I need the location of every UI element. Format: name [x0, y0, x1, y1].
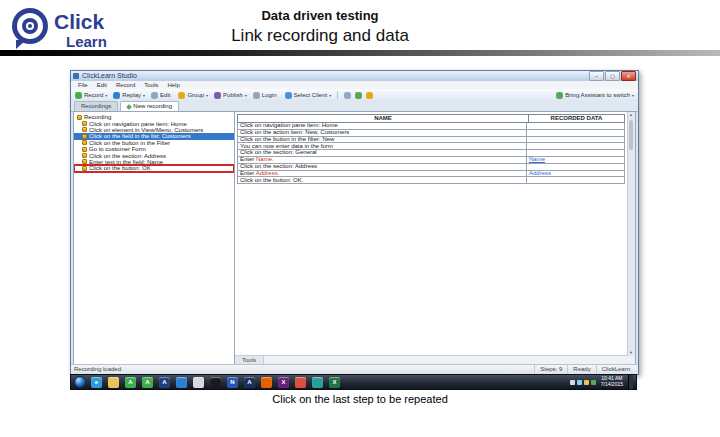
taskbar-app-icon[interactable] [312, 377, 323, 388]
step-icon [82, 127, 87, 132]
table-row[interactable]: Enter Address. Address [237, 171, 625, 178]
minimize-button[interactable]: – [589, 71, 604, 81]
scrollbar-thumb[interactable] [629, 120, 633, 150]
header-divider-bar [0, 50, 720, 56]
taskbar-app-icon[interactable]: A [159, 377, 170, 388]
step-text: Enter [240, 171, 256, 176]
scroll-down-icon[interactable]: ▼ [628, 350, 634, 356]
tools-tab[interactable]: Tools [235, 356, 264, 364]
recorded-data-cell: Address [526, 171, 624, 177]
step-icon [82, 159, 87, 164]
data-link[interactable]: Address [529, 171, 551, 177]
tray-icon[interactable] [570, 380, 575, 385]
taskbar-app-icon[interactable] [176, 377, 187, 388]
chevron-down-icon: ▾ [245, 93, 247, 98]
table-row[interactable]: Click on navigation pane item: Home [237, 123, 625, 130]
tray-icon[interactable] [584, 380, 589, 385]
tab-new-recording[interactable]: New recording [120, 101, 179, 111]
taskbar-app-icon[interactable] [193, 377, 204, 388]
tool-icon [366, 92, 373, 99]
taskbar-app-icon[interactable]: e [91, 377, 102, 388]
taskbar-app-icon[interactable]: X [278, 377, 289, 388]
menu-item[interactable]: File [78, 81, 88, 89]
toolbar-icon-button[interactable] [355, 92, 362, 99]
step-text: You can now enter data in the form [240, 144, 333, 149]
toolbar-button[interactable]: Record ▾ [75, 92, 107, 99]
tray-icon[interactable] [591, 380, 596, 385]
step-text: Click on the section: General [240, 150, 317, 155]
step-icon [77, 115, 82, 120]
recorded-data-cell [526, 137, 624, 143]
table-row[interactable]: Click on the section: Address [237, 164, 625, 171]
show-desktop-button[interactable] [628, 375, 633, 389]
toolbar-button-label: Select Client [294, 92, 328, 98]
step-text: Click on the button in the filter: New [240, 137, 334, 142]
taskbar-app-icon[interactable]: N [227, 377, 238, 388]
toolbar-button-label: Group [187, 92, 204, 98]
table-row[interactable]: Enter Name. Name [237, 157, 625, 164]
status-segment: Steps: 9 [534, 365, 567, 374]
tree-step-item[interactable]: Click on the button: OK [74, 165, 234, 171]
toolbar-button[interactable]: Edit [151, 92, 172, 99]
taskbar-app-icon[interactable]: A [125, 377, 136, 388]
step-value-text: Name. [256, 157, 274, 162]
status-segment: ClickLearn [596, 365, 635, 374]
data-link[interactable]: Name [529, 157, 545, 163]
chevron-down-icon: ▾ [143, 93, 145, 98]
table-row[interactable]: Click on the button: OK. [237, 177, 625, 184]
assistant-icon [556, 92, 563, 99]
step-detail-panel: NAME RECORDED DATA Click on navigation p… [235, 111, 636, 365]
step-icon [82, 147, 87, 152]
table-row[interactable]: Click on the button in the filter: New [237, 137, 625, 144]
taskbar-app-icon[interactable] [261, 377, 272, 388]
main-split: Recording Click on navigation pane item:… [73, 111, 636, 365]
taskbar-app-icon[interactable]: A [244, 377, 255, 388]
scroll-up-icon[interactable]: ▲ [628, 112, 634, 118]
toolbar-icon-button[interactable] [366, 92, 373, 99]
menu-item[interactable]: Help [167, 81, 179, 89]
menu-item[interactable]: Tools [144, 81, 158, 89]
start-button[interactable] [74, 376, 86, 388]
toolbar-button[interactable]: Publish ▾ [214, 92, 247, 99]
maximize-button[interactable]: ▢ [605, 71, 620, 81]
taskbar-clock[interactable]: 10:41 AM 7/14/2015 [598, 376, 626, 388]
step-name-cell: You can now enter data in the form [238, 144, 526, 150]
taskbar-app-icon[interactable] [108, 377, 119, 388]
step-icon [82, 153, 87, 158]
step-tree-panel: Recording Click on navigation pane item:… [73, 111, 235, 365]
taskbar-app-icon[interactable]: A [142, 377, 153, 388]
taskbar-app-glyph: A [162, 379, 166, 385]
toolbar-button[interactable]: Replay ▾ [113, 92, 145, 99]
chevron-down-icon: ▾ [632, 93, 634, 98]
toolbar-icon-button[interactable] [344, 92, 351, 99]
recorded-data-cell [526, 177, 624, 183]
taskbar-app-glyph: N [230, 379, 234, 385]
toolbar-button-label: Login [262, 92, 277, 98]
vertical-scrollbar[interactable]: ▲ ▼ [627, 112, 635, 356]
toolbar-button-label: Record [84, 92, 103, 98]
table-row[interactable]: Click on the section: General [237, 150, 625, 157]
table-row[interactable]: You can now enter data in the form [237, 143, 625, 150]
menu-item[interactable]: Edit [97, 81, 107, 89]
taskbar-app-icon[interactable]: X [329, 377, 340, 388]
assistant-button[interactable]: Bring Assistant to switch ▾ [556, 92, 634, 99]
window-title: ClickLearn Studio [82, 71, 137, 81]
chevron-down-icon: ▾ [206, 93, 208, 98]
toolbar-button-icon [253, 92, 260, 99]
taskbar-app-icon[interactable] [295, 377, 306, 388]
taskbar-app-glyph: A [145, 379, 149, 385]
tray-icon[interactable] [577, 380, 582, 385]
toolbar-button[interactable]: Login [253, 92, 279, 99]
column-header-data: RECORDED DATA [528, 115, 624, 122]
tool-icon [355, 92, 362, 99]
step-name-cell: Click on navigation pane item: Home [238, 123, 526, 129]
clicklearn-logo: Click Learn [10, 6, 130, 54]
menu-item[interactable]: Record [116, 81, 135, 89]
logo-word-learn: Learn [66, 33, 107, 50]
taskbar-app-icon[interactable] [210, 377, 221, 388]
close-button[interactable]: ✕ [621, 71, 636, 81]
toolbar-button[interactable]: Group ▾ [178, 92, 208, 99]
tab-recordings[interactable]: Recordings [74, 101, 118, 111]
table-row[interactable]: Click on the action item: New, Customers [237, 130, 625, 137]
toolbar-button[interactable]: Select Client ▾ [285, 92, 332, 99]
